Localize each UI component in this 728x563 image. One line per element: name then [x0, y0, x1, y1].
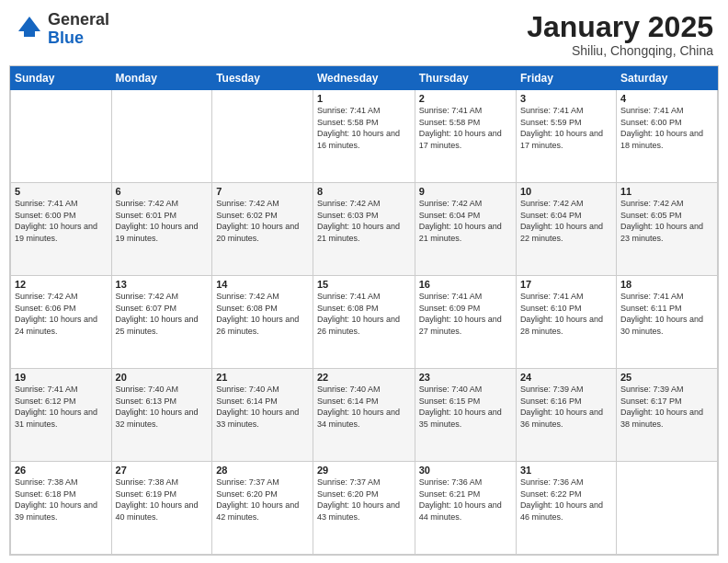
day-number: 24: [520, 372, 612, 383]
day-info: Sunrise: 7:41 AMSunset: 6:11 PMDaylight:…: [620, 291, 713, 337]
logo-blue-text: Blue: [48, 29, 84, 47]
day-number: 26: [15, 465, 108, 476]
day-header-saturday: Saturday: [616, 67, 717, 90]
day-cell: 18Sunrise: 7:41 AMSunset: 6:11 PMDayligh…: [616, 276, 717, 369]
days-header-row: SundayMondayTuesdayWednesdayThursdayFrid…: [11, 67, 718, 90]
day-cell: 28Sunrise: 7:37 AMSunset: 6:20 PMDayligh…: [212, 462, 313, 555]
day-cell: 24Sunrise: 7:39 AMSunset: 6:16 PMDayligh…: [516, 369, 616, 462]
day-number: 21: [216, 372, 309, 383]
day-cell: 26Sunrise: 7:38 AMSunset: 6:18 PMDayligh…: [11, 462, 112, 555]
day-cell: 20Sunrise: 7:40 AMSunset: 6:13 PMDayligh…: [111, 369, 212, 462]
day-info: Sunrise: 7:42 AMSunset: 6:01 PMDaylight:…: [116, 198, 209, 244]
day-info: Sunrise: 7:42 AMSunset: 6:03 PMDaylight:…: [317, 198, 411, 244]
day-info: Sunrise: 7:42 AMSunset: 6:04 PMDaylight:…: [419, 198, 512, 244]
day-header-sunday: Sunday: [11, 67, 112, 90]
day-cell: 6Sunrise: 7:42 AMSunset: 6:01 PMDaylight…: [111, 183, 212, 276]
calendar-body: 1Sunrise: 7:41 AMSunset: 5:58 PMDaylight…: [11, 90, 718, 555]
day-number: 6: [116, 186, 209, 197]
day-cell: [11, 90, 112, 183]
day-info: Sunrise: 7:39 AMSunset: 6:17 PMDaylight:…: [620, 384, 713, 430]
day-cell: 11Sunrise: 7:42 AMSunset: 6:05 PMDayligh…: [616, 183, 717, 276]
week-row-2: 12Sunrise: 7:42 AMSunset: 6:06 PMDayligh…: [11, 276, 718, 369]
day-number: 17: [520, 279, 612, 290]
day-info: Sunrise: 7:42 AMSunset: 6:06 PMDaylight:…: [15, 291, 108, 337]
day-cell: 2Sunrise: 7:41 AMSunset: 5:58 PMDaylight…: [415, 90, 516, 183]
logo-general-text: General: [48, 10, 109, 29]
day-info: Sunrise: 7:37 AMSunset: 6:20 PMDaylight:…: [317, 477, 411, 523]
page: General Blue January 2025 Shiliu, Chongq…: [0, 0, 728, 563]
day-info: Sunrise: 7:42 AMSunset: 6:07 PMDaylight:…: [116, 291, 209, 337]
day-cell: 31Sunrise: 7:36 AMSunset: 6:22 PMDayligh…: [516, 462, 616, 555]
day-number: 22: [317, 372, 411, 383]
svg-marker-0: [18, 17, 40, 31]
day-cell: [111, 90, 212, 183]
day-cell: 1Sunrise: 7:41 AMSunset: 5:58 PMDaylight…: [313, 90, 415, 183]
day-cell: [616, 462, 717, 555]
day-header-wednesday: Wednesday: [313, 67, 415, 90]
day-number: 25: [620, 372, 713, 383]
day-cell: 15Sunrise: 7:41 AMSunset: 6:08 PMDayligh…: [313, 276, 415, 369]
week-row-1: 5Sunrise: 7:41 AMSunset: 6:00 PMDaylight…: [11, 183, 718, 276]
day-info: Sunrise: 7:41 AMSunset: 6:08 PMDaylight:…: [317, 291, 411, 337]
day-cell: 3Sunrise: 7:41 AMSunset: 5:59 PMDaylight…: [516, 90, 616, 183]
day-info: Sunrise: 7:42 AMSunset: 6:08 PMDaylight:…: [216, 291, 309, 337]
day-number: 29: [317, 465, 411, 476]
day-cell: 27Sunrise: 7:38 AMSunset: 6:19 PMDayligh…: [111, 462, 212, 555]
header: General Blue January 2025 Shiliu, Chongq…: [0, 0, 728, 65]
day-cell: 7Sunrise: 7:42 AMSunset: 6:02 PMDaylight…: [212, 183, 313, 276]
calendar-table: SundayMondayTuesdayWednesdayThursdayFrid…: [10, 66, 718, 555]
day-number: 13: [116, 279, 209, 290]
day-cell: 14Sunrise: 7:42 AMSunset: 6:08 PMDayligh…: [212, 276, 313, 369]
title-block: January 2025 Shiliu, Chongqing, China: [527, 11, 713, 58]
day-info: Sunrise: 7:41 AMSunset: 6:12 PMDaylight:…: [15, 384, 108, 430]
day-number: 2: [419, 93, 512, 104]
day-cell: 29Sunrise: 7:37 AMSunset: 6:20 PMDayligh…: [313, 462, 415, 555]
day-info: Sunrise: 7:42 AMSunset: 6:05 PMDaylight:…: [620, 198, 713, 244]
day-number: 11: [620, 186, 713, 197]
day-number: 20: [116, 372, 209, 383]
day-number: 16: [419, 279, 512, 290]
day-cell: 10Sunrise: 7:42 AMSunset: 6:04 PMDayligh…: [516, 183, 616, 276]
day-cell: 9Sunrise: 7:42 AMSunset: 6:04 PMDaylight…: [415, 183, 516, 276]
day-info: Sunrise: 7:37 AMSunset: 6:20 PMDaylight:…: [216, 477, 309, 523]
day-number: 10: [520, 186, 612, 197]
day-number: 4: [620, 93, 713, 104]
day-header-friday: Friday: [516, 67, 616, 90]
day-number: 7: [216, 186, 309, 197]
day-number: 19: [15, 372, 108, 383]
day-cell: 12Sunrise: 7:42 AMSunset: 6:06 PMDayligh…: [11, 276, 112, 369]
location: Shiliu, Chongqing, China: [527, 43, 713, 58]
day-number: 31: [520, 465, 612, 476]
day-info: Sunrise: 7:38 AMSunset: 6:18 PMDaylight:…: [15, 477, 108, 523]
day-info: Sunrise: 7:40 AMSunset: 6:14 PMDaylight:…: [216, 384, 309, 430]
day-info: Sunrise: 7:36 AMSunset: 6:21 PMDaylight:…: [419, 477, 512, 523]
calendar: SundayMondayTuesdayWednesdayThursdayFrid…: [9, 65, 719, 556]
day-info: Sunrise: 7:40 AMSunset: 6:14 PMDaylight:…: [317, 384, 411, 430]
day-info: Sunrise: 7:40 AMSunset: 6:13 PMDaylight:…: [116, 384, 209, 430]
day-cell: 25Sunrise: 7:39 AMSunset: 6:17 PMDayligh…: [616, 369, 717, 462]
calendar-header: SundayMondayTuesdayWednesdayThursdayFrid…: [11, 67, 718, 90]
day-cell: 13Sunrise: 7:42 AMSunset: 6:07 PMDayligh…: [111, 276, 212, 369]
day-number: 30: [419, 465, 512, 476]
day-cell: 4Sunrise: 7:41 AMSunset: 6:00 PMDaylight…: [616, 90, 717, 183]
day-header-thursday: Thursday: [415, 67, 516, 90]
day-cell: 8Sunrise: 7:42 AMSunset: 6:03 PMDaylight…: [313, 183, 415, 276]
day-info: Sunrise: 7:38 AMSunset: 6:19 PMDaylight:…: [116, 477, 209, 523]
day-cell: [212, 90, 313, 183]
week-row-0: 1Sunrise: 7:41 AMSunset: 5:58 PMDaylight…: [11, 90, 718, 183]
day-info: Sunrise: 7:40 AMSunset: 6:15 PMDaylight:…: [419, 384, 512, 430]
day-number: 3: [520, 93, 612, 104]
day-number: 15: [317, 279, 411, 290]
day-number: 23: [419, 372, 512, 383]
day-header-tuesday: Tuesday: [212, 67, 313, 90]
day-cell: 17Sunrise: 7:41 AMSunset: 6:10 PMDayligh…: [516, 276, 616, 369]
day-cell: 5Sunrise: 7:41 AMSunset: 6:00 PMDaylight…: [11, 183, 112, 276]
svg-rect-1: [24, 31, 35, 37]
week-row-3: 19Sunrise: 7:41 AMSunset: 6:12 PMDayligh…: [11, 369, 718, 462]
day-cell: 21Sunrise: 7:40 AMSunset: 6:14 PMDayligh…: [212, 369, 313, 462]
day-info: Sunrise: 7:41 AMSunset: 5:58 PMDaylight:…: [317, 105, 411, 151]
day-number: 5: [15, 186, 108, 197]
day-info: Sunrise: 7:42 AMSunset: 6:02 PMDaylight:…: [216, 198, 309, 244]
day-cell: 23Sunrise: 7:40 AMSunset: 6:15 PMDayligh…: [415, 369, 516, 462]
day-info: Sunrise: 7:41 AMSunset: 5:59 PMDaylight:…: [520, 105, 612, 151]
